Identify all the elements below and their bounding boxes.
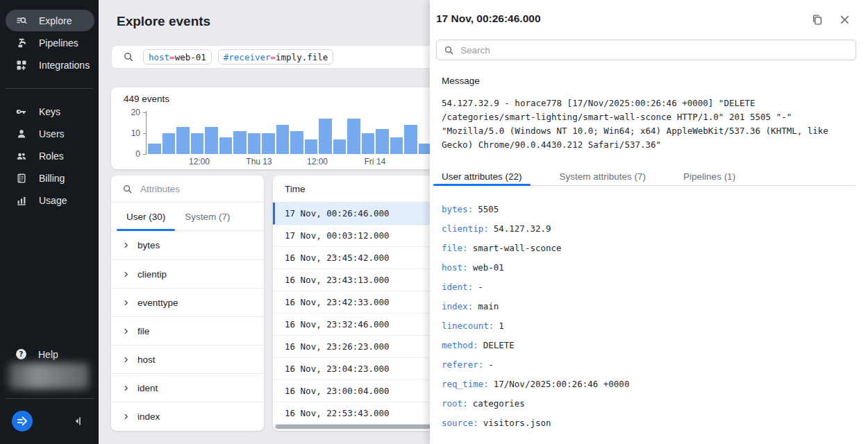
- sidebar-item-help[interactable]: ? Help: [6, 343, 94, 365]
- attribute-kv-row[interactable]: bytes:5505: [442, 200, 858, 219]
- sidebar-item-integrations[interactable]: Integrations: [6, 54, 94, 76]
- attribute-value: smart-wall-sconce: [473, 243, 562, 253]
- sidebar-item-label: Users: [39, 128, 65, 139]
- histogram-bar[interactable]: [319, 119, 332, 154]
- chevron-right-icon: [122, 271, 130, 278]
- tab-user-30[interactable]: User (30): [117, 203, 175, 230]
- histogram-plot[interactable]: [148, 112, 431, 154]
- attribute-kv-row[interactable]: file:smart-wall-sconce: [442, 239, 858, 258]
- sidebar-item-users[interactable]: Users: [6, 123, 94, 144]
- chip-value: web-01: [175, 52, 206, 62]
- filter-chip[interactable]: host=web-01: [143, 49, 212, 65]
- attribute-kv-row[interactable]: ident:-: [442, 278, 858, 297]
- histogram-bar[interactable]: [162, 133, 176, 154]
- message-label: Message: [442, 76, 480, 86]
- attribute-key: index:: [442, 301, 473, 311]
- sidebar-item-usage[interactable]: Usage: [6, 189, 94, 211]
- sidebar-divider: [6, 398, 94, 399]
- svg-text:?: ?: [19, 350, 24, 358]
- attribute-kv-row[interactable]: clientip:54.127.32.9: [442, 219, 858, 239]
- attribute-name: file: [137, 326, 149, 336]
- x-tick-label: Thu 13: [246, 157, 272, 166]
- histogram-bar[interactable]: [248, 133, 261, 154]
- filter-chip[interactable]: #receiver=imply.file: [218, 49, 334, 65]
- chevron-right-icon: [122, 413, 130, 420]
- histogram-bar[interactable]: [290, 131, 303, 154]
- histogram-bar[interactable]: [347, 119, 360, 154]
- user-account-redacted: [8, 363, 89, 389]
- attribute-item-ident[interactable]: ident: [111, 373, 264, 402]
- histogram-bar[interactable]: [176, 127, 190, 154]
- sidebar-item-billing[interactable]: Billing: [6, 167, 94, 189]
- attribute-value: visitors.json: [483, 418, 551, 428]
- attribute-key-value-list: bytes:5505clientip:54.127.32.9file:smart…: [442, 200, 858, 433]
- attribute-kv-row[interactable]: source:visitors.json: [442, 413, 858, 433]
- chip-operator: =: [271, 52, 276, 62]
- attribute-kv-row[interactable]: referer:-: [442, 355, 858, 375]
- attribute-kv-row[interactable]: host:web-01: [442, 258, 858, 278]
- histogram-bar[interactable]: [305, 139, 318, 154]
- chevron-right-icon: [122, 299, 130, 307]
- tab-pipelines-1[interactable]: Pipelines (1): [675, 168, 744, 185]
- attributes-tabs: User (30)System (7): [111, 203, 264, 231]
- attribute-kv-row[interactable]: method:DELETE: [442, 336, 858, 355]
- attribute-item-bytes[interactable]: bytes: [111, 231, 264, 259]
- histogram-bar[interactable]: [148, 144, 161, 154]
- attribute-kv-row[interactable]: root:categories: [442, 394, 858, 413]
- sidebar-item-roles[interactable]: Roles: [6, 145, 94, 166]
- histogram-bar[interactable]: [262, 133, 275, 154]
- attribute-kv-row[interactable]: req_time:17/Nov/2025:00:26:46 +0000: [442, 375, 858, 394]
- sidebar-item-label: Integrations: [39, 60, 90, 71]
- filter-chips: host=web-01#receiver=imply.file: [143, 49, 340, 65]
- attribute-key: req_time:: [442, 379, 489, 389]
- attribute-item-clientip[interactable]: clientip: [111, 259, 264, 288]
- chip-value: imply.file: [276, 52, 328, 62]
- attribute-item-index[interactable]: index: [111, 402, 264, 430]
- sidebar-item-explore[interactable]: Explore: [6, 10, 94, 31]
- histogram-bar[interactable]: [233, 131, 247, 154]
- x-tick-label: 12:00: [307, 157, 328, 166]
- attribute-item-host[interactable]: host: [111, 345, 264, 373]
- attributes-search[interactable]: [111, 176, 264, 203]
- attribute-value: -: [478, 282, 483, 292]
- y-tick-mark: [143, 112, 146, 113]
- sidebar-item-label: Billing: [39, 173, 65, 184]
- attributes-list: bytesclientipeventtypefilehostidentindex: [111, 231, 264, 430]
- attribute-value: 1: [499, 321, 504, 331]
- attribute-item-eventtype[interactable]: eventtype: [111, 288, 264, 316]
- histogram-bar[interactable]: [362, 133, 375, 154]
- y-tick-label: 20: [122, 108, 140, 117]
- chip-field: host: [149, 52, 169, 62]
- histogram-bar[interactable]: [205, 127, 218, 154]
- tab-system-7[interactable]: System (7): [175, 203, 240, 230]
- attributes-search-input[interactable]: [140, 184, 237, 194]
- sidebar-item-keys[interactable]: Keys: [6, 101, 94, 122]
- detail-search[interactable]: [436, 40, 856, 60]
- attribute-item-file[interactable]: file: [111, 316, 264, 345]
- tab-user-attributes-22[interactable]: User attributes (22): [433, 168, 531, 185]
- histogram-bar[interactable]: [376, 129, 389, 154]
- pipelines-icon: [16, 37, 27, 49]
- collapse-sidebar-icon[interactable]: [72, 416, 83, 427]
- attribute-kv-row[interactable]: linecount:1: [442, 316, 858, 336]
- attribute-key: root:: [442, 398, 468, 409]
- sidebar-divider: [6, 88, 93, 89]
- histogram-bar[interactable]: [191, 133, 204, 154]
- histogram-bar[interactable]: [333, 139, 347, 154]
- histogram-bar[interactable]: [219, 137, 233, 154]
- search-icon: [123, 51, 134, 62]
- detail-search-input[interactable]: [460, 45, 808, 56]
- event-timestamp-title: 17 Nov, 00:26:46.000: [436, 12, 541, 25]
- histogram-bar[interactable]: [276, 125, 290, 154]
- histogram-bar[interactable]: [404, 125, 417, 154]
- histogram-bar[interactable]: [390, 137, 403, 154]
- sidebar-item-pipelines[interactable]: Pipelines: [6, 32, 94, 53]
- copy-icon[interactable]: [811, 14, 823, 26]
- close-icon[interactable]: [839, 14, 851, 26]
- tab-system-attributes-7[interactable]: System attributes (7): [551, 168, 655, 185]
- key-icon: [16, 106, 27, 117]
- attribute-name: clientip: [137, 269, 167, 280]
- brand-arrow-logo[interactable]: [12, 411, 33, 432]
- attribute-kv-row[interactable]: index:main: [442, 297, 858, 316]
- integrations-icon: [16, 60, 27, 71]
